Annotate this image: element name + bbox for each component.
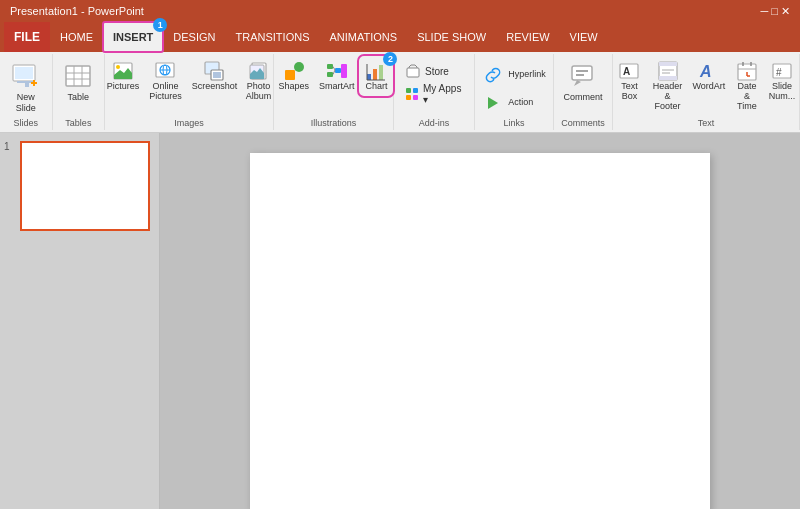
shapes-icon [283, 60, 305, 82]
illustrations-group: Shapes SmartArt 2 [274, 54, 394, 130]
hyperlink-label: Hyperlink [508, 70, 546, 80]
slide-number: 1 [4, 141, 16, 152]
photo-album-label: PhotoAlbum [246, 82, 272, 102]
slides-group: NewSlide Slides [0, 54, 53, 130]
online-pictures-button[interactable]: OnlinePictures [146, 58, 185, 104]
file-tab[interactable]: FILE [4, 22, 50, 52]
svg-rect-33 [379, 65, 383, 80]
tab-review[interactable]: REVIEW [496, 22, 559, 52]
svg-rect-24 [327, 64, 333, 69]
shapes-button[interactable]: Shapes [275, 58, 312, 94]
slides-label: Slides [14, 116, 39, 130]
store-icon [405, 63, 421, 79]
svg-rect-32 [373, 69, 377, 80]
wordart-icon: A [698, 60, 720, 82]
slide-number-button[interactable]: # SlideNum... [767, 58, 798, 104]
svg-marker-41 [488, 97, 498, 109]
shapes-label: Shapes [278, 82, 309, 92]
svg-text:A: A [623, 66, 630, 77]
tab-insert[interactable]: INSERT 1 [103, 22, 163, 52]
comment-label: Comment [563, 92, 602, 103]
date-time-button[interactable]: Date &Time [731, 58, 763, 114]
tab-transitions[interactable]: TRANSITIONS [226, 22, 320, 52]
wordart-button[interactable]: A WordArt [691, 58, 728, 94]
window-controls: ─ □ ✕ [760, 5, 790, 18]
online-pictures-label: OnlinePictures [149, 82, 182, 102]
tab-animations[interactable]: ANIMATIONS [319, 22, 407, 52]
svg-rect-3 [25, 83, 29, 87]
svg-rect-38 [413, 88, 418, 93]
slide-canvas[interactable] [250, 153, 710, 509]
slide-number-label: SlideNum... [769, 82, 796, 102]
title-bar: Presentation1 - PowerPoint ─ □ ✕ [0, 0, 800, 22]
illustrations-label: Illustrations [311, 116, 357, 130]
smartart-label: SmartArt [319, 82, 355, 92]
tables-group: Table Tables [53, 54, 106, 130]
svg-line-28 [333, 67, 335, 71]
store-item[interactable]: Store [402, 62, 452, 80]
images-label: Images [174, 116, 204, 130]
svg-rect-31 [367, 74, 371, 80]
header-footer-button[interactable]: Header& Footer [648, 58, 686, 114]
tab-design[interactable]: DESIGN [163, 22, 225, 52]
addins-group: Store My Apps ▾ Add-ins [394, 54, 475, 130]
hyperlink-icon [482, 64, 504, 86]
action-icon [482, 92, 504, 114]
chart-label: Chart [365, 82, 387, 92]
table-icon [62, 60, 94, 92]
hyperlink-button[interactable]: Hyperlink [479, 62, 549, 88]
svg-rect-37 [406, 88, 411, 93]
my-apps-item[interactable]: My Apps ▾ [402, 82, 466, 106]
my-apps-icon [405, 86, 419, 102]
svg-rect-50 [659, 76, 677, 80]
links-label: Links [504, 116, 525, 130]
text-box-icon: A [618, 60, 640, 82]
svg-rect-27 [341, 64, 347, 78]
tab-home[interactable]: HOME [50, 22, 103, 52]
text-label: Text [698, 116, 715, 130]
svg-rect-40 [413, 95, 418, 100]
photo-album-icon [248, 60, 270, 82]
table-label: Table [68, 92, 90, 103]
svg-text:#: # [776, 67, 782, 78]
svg-text:A: A [699, 63, 712, 80]
smartart-button[interactable]: SmartArt [316, 58, 358, 94]
pictures-icon [112, 60, 134, 82]
date-time-label: Date &Time [734, 82, 760, 112]
ribbon: NewSlide Slides Table Tables [0, 52, 800, 133]
svg-line-29 [333, 70, 335, 75]
svg-rect-39 [406, 95, 411, 100]
slide-thumb-1: 1 [4, 141, 155, 231]
slide-number-icon: # [771, 60, 793, 82]
comments-label: Comments [561, 116, 605, 130]
screenshot-icon [203, 60, 225, 82]
svg-rect-19 [213, 72, 221, 78]
images-group: Pictures OnlinePictures [105, 54, 274, 130]
header-footer-icon [657, 60, 679, 82]
main-area: 1 [0, 133, 800, 509]
tab-slideshow[interactable]: SLIDE SHOW [407, 22, 496, 52]
svg-rect-1 [15, 67, 33, 79]
slide-thumbnail-1[interactable] [20, 141, 150, 231]
svg-marker-43 [574, 80, 581, 86]
svg-rect-36 [407, 68, 419, 77]
action-button[interactable]: Action [479, 90, 539, 116]
tab-view[interactable]: VIEW [560, 22, 608, 52]
photo-album-button[interactable]: PhotoAlbum [243, 58, 275, 104]
new-slide-button[interactable]: NewSlide [6, 58, 46, 116]
svg-rect-22 [285, 70, 295, 80]
comment-button[interactable]: Comment [559, 58, 606, 105]
screenshot-button[interactable]: Screenshot [189, 58, 239, 94]
text-box-button[interactable]: A TextBox [614, 58, 644, 104]
canvas-area [160, 133, 800, 509]
screenshot-label: Screenshot [192, 82, 236, 92]
menu-tabs: HOME INSERT 1 DESIGN TRANSITIONS ANIMATI… [50, 22, 608, 52]
table-button[interactable]: Table [58, 58, 98, 105]
svg-rect-42 [572, 66, 592, 80]
header-footer-label: Header& Footer [651, 82, 683, 112]
chart-highlight: 2 Chart [361, 58, 391, 94]
pictures-button[interactable]: Pictures [104, 58, 143, 94]
pictures-label: Pictures [107, 82, 140, 92]
links-group: Hyperlink Action Links [475, 54, 554, 130]
addins-label: Add-ins [419, 116, 450, 130]
